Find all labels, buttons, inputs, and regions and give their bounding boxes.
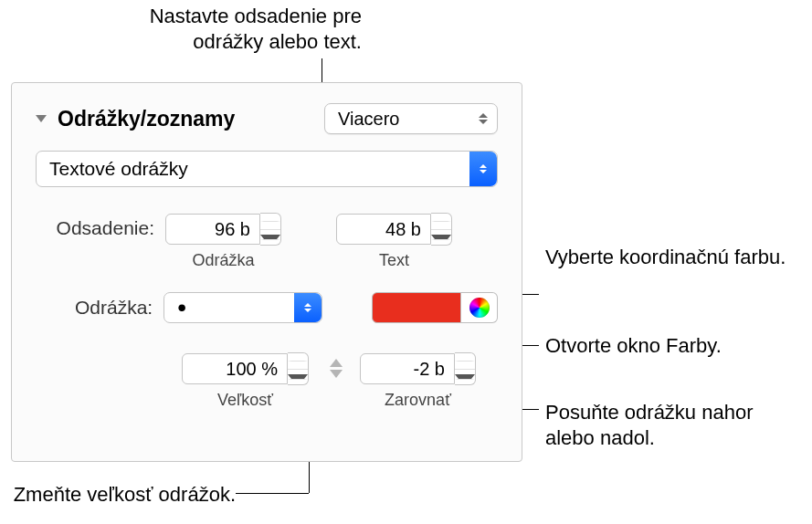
callout-size: Zmeňte veľkosť odrážok. xyxy=(9,482,236,508)
align-stepper[interactable] xyxy=(360,352,476,385)
callout-indent: Nastavte odsadenie pre odrážky alebo tex… xyxy=(88,4,362,54)
disclosure-triangle-icon[interactable] xyxy=(36,115,47,122)
bullet-char-popup[interactable]: • xyxy=(163,292,322,323)
stepper-down-icon[interactable] xyxy=(260,230,280,246)
stepper-down-icon[interactable] xyxy=(455,370,475,385)
popup-arrow-icon xyxy=(469,152,497,186)
bullet-type-popup[interactable]: Textové odrážky xyxy=(36,151,498,187)
stepper-up-icon[interactable] xyxy=(260,214,280,230)
stepper-buttons[interactable] xyxy=(260,213,281,246)
list-style-popup[interactable]: Viacero xyxy=(324,103,498,134)
size-sublabel: Veľkosť xyxy=(182,391,309,410)
bullet-label: Odrážka: xyxy=(36,297,153,319)
bullet-type-value: Textové odrážky xyxy=(49,158,188,180)
indent-bullet-sublabel: Odrážka xyxy=(165,251,281,270)
stepper-buttons[interactable] xyxy=(288,352,309,385)
indent-label: Odsadenie: xyxy=(36,213,154,239)
indent-text-input[interactable] xyxy=(336,214,431,245)
indent-bullet-stepper[interactable] xyxy=(165,213,281,246)
bullets-lists-panel: Odrážky/zoznamy Viacero Textové odrážky … xyxy=(11,82,522,462)
align-input[interactable] xyxy=(360,353,455,384)
callout-line-size-h xyxy=(236,493,309,494)
color-wheel-icon xyxy=(469,298,490,318)
callout-open-colors: Otvorte okno Farby. xyxy=(545,333,722,359)
stepper-buttons[interactable] xyxy=(455,352,476,385)
stepper-down-icon[interactable] xyxy=(431,230,451,246)
stepper-buttons[interactable] xyxy=(431,213,452,246)
section-title: Odrážky/zoznamy xyxy=(58,107,324,131)
section-header: Odrážky/zoznamy Viacero xyxy=(36,103,498,134)
list-style-value: Viacero xyxy=(338,109,399,130)
callout-coord-color: Vyberte koordinačnú farbu. xyxy=(545,245,786,270)
color-picker-button[interactable] xyxy=(461,292,498,323)
stepper-up-icon[interactable] xyxy=(431,214,451,230)
size-input[interactable] xyxy=(182,353,288,384)
color-swatch[interactable] xyxy=(372,292,461,323)
callout-align: Posuňte odrážku nahor alebo nadol. xyxy=(545,400,783,450)
indent-text-sublabel: Text xyxy=(336,251,452,270)
popup-arrow-icon xyxy=(294,293,322,322)
stepper-down-icon[interactable] xyxy=(288,370,308,385)
vertical-sort-icon xyxy=(325,354,347,382)
bullet-char: • xyxy=(177,303,186,312)
chevron-updown-icon xyxy=(479,113,488,124)
size-stepper[interactable] xyxy=(182,352,309,385)
indent-text-stepper[interactable] xyxy=(336,213,452,246)
stepper-up-icon[interactable] xyxy=(455,353,475,370)
indent-bullet-input[interactable] xyxy=(165,214,260,245)
stepper-up-icon[interactable] xyxy=(288,353,308,370)
align-sublabel: Zarovnať xyxy=(360,391,476,410)
